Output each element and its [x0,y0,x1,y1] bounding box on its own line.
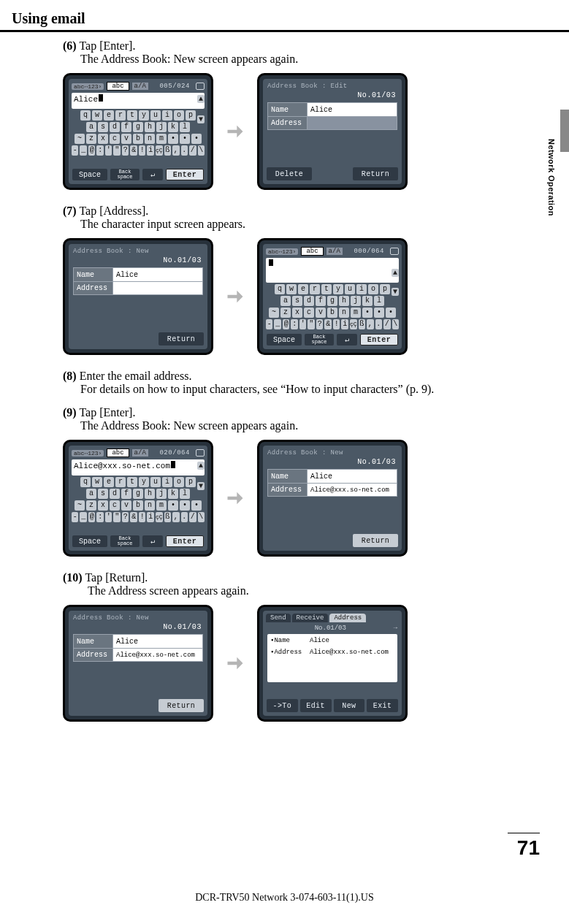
key-b[interactable]: b [133,500,143,511]
key-\[interactable]: \ [198,145,205,156]
key-space[interactable]: Space [72,169,107,180]
key-x[interactable]: x [98,134,108,144]
key-/[interactable]: / [189,145,196,156]
mode-toggle[interactable]: abc↔123› [266,248,298,255]
key-j[interactable]: j [156,122,167,132]
key-y[interactable]: y [139,110,149,121]
key-~[interactable]: ~ [75,500,85,511]
key-çÇ[interactable]: çÇ [156,145,163,156]
key-return-icon[interactable]: ↵ [337,334,357,345]
key-backspace[interactable]: Backspace [110,169,140,180]
key-![interactable]: ! [139,145,146,156]
key-&[interactable]: & [130,512,137,522]
key-c[interactable]: c [110,134,120,144]
key-d[interactable]: d [304,296,314,306]
key-e[interactable]: e [104,477,114,487]
exit-button[interactable]: Exit [367,699,398,712]
key-z[interactable]: z [280,308,291,318]
key-m[interactable]: m [351,308,361,318]
key-![interactable]: ! [333,319,340,329]
key-d[interactable]: d [110,122,120,132]
key-r[interactable]: r [310,284,320,294]
key-f[interactable]: f [316,296,326,306]
key-f[interactable]: f [121,489,131,499]
key-y[interactable]: y [139,477,149,487]
key-a[interactable]: a [86,122,96,132]
address-field[interactable]: Alice@xxx.so-net.com [113,649,202,661]
key-&[interactable]: & [130,145,137,156]
enter-button[interactable]: Enter [166,169,204,180]
key-_[interactable]: _ [80,145,87,156]
key-_[interactable]: _ [80,512,87,522]
tab-address[interactable]: Address [329,614,366,622]
key-i[interactable]: i [147,145,154,156]
key-p[interactable]: p [186,477,196,487]
key-çÇ[interactable]: çÇ [156,512,163,522]
key-o[interactable]: o [174,110,184,121]
key-backspace[interactable]: Backspace [110,535,140,547]
key-h[interactable]: h [145,122,155,132]
key-~[interactable]: ~ [75,134,85,144]
key-v[interactable]: v [316,308,326,318]
scroll-up-icon[interactable]: ▲ [197,95,205,103]
name-field[interactable]: Alice [308,470,397,483]
key-l[interactable]: l [180,489,190,499]
key-m[interactable]: m [156,134,167,144]
name-field[interactable]: Alice [113,268,202,281]
key-\[interactable]: \ [198,512,205,522]
key-space[interactable]: Space [267,334,302,345]
key-c[interactable]: c [110,500,120,511]
key-o[interactable]: o [368,284,378,294]
name-field[interactable]: Alice [113,635,202,648]
key-e[interactable]: e [104,110,114,121]
key-return-icon[interactable]: ↵ [142,535,163,547]
key-i[interactable]: i [341,319,348,329]
scroll-down-icon[interactable]: ▼ [197,115,205,123]
key-ß[interactable]: ß [359,319,366,329]
key--[interactable]: - [72,145,79,156]
key-p[interactable]: p [380,284,390,294]
return-button[interactable]: Return [353,167,398,180]
key-r[interactable]: r [115,110,126,121]
key-@[interactable]: @ [88,512,96,522]
key-s[interactable]: s [98,122,108,132]
key-s[interactable]: s [292,296,302,306]
key-'[interactable]: ' [105,512,112,522]
key-q[interactable]: q [80,477,91,487]
key-?[interactable]: ? [122,512,129,522]
mode-abc[interactable]: abc [107,448,129,457]
text-input[interactable]: Alice [72,93,205,109]
key-u[interactable]: u [150,477,161,487]
mode-abc[interactable]: abc [301,247,323,256]
key-p[interactable]: p [186,110,196,121]
next-icon[interactable]: → [394,625,397,632]
key-r[interactable]: r [115,477,126,487]
key-•[interactable]: • [362,308,373,318]
key-b[interactable]: b [133,134,143,144]
key-q[interactable]: q [80,110,91,121]
to-button[interactable]: ->To [267,699,298,712]
key-/[interactable]: / [383,319,391,329]
mode-case[interactable]: a/A [326,248,343,255]
key-g[interactable]: g [133,122,143,132]
key-.[interactable]: . [375,319,383,329]
scroll-down-icon[interactable]: ▼ [392,288,399,296]
keyboard-icon[interactable] [196,449,205,457]
mode-case[interactable]: a/A [132,83,148,90]
scroll-up-icon[interactable]: ▲ [197,462,205,470]
text-input[interactable] [266,258,399,283]
key-o[interactable]: o [174,477,184,487]
key-space[interactable]: Space [72,535,107,547]
scroll-down-icon[interactable]: ▼ [197,482,205,490]
key-"[interactable]: " [113,145,121,156]
keyboard-icon[interactable] [196,83,205,90]
key-f[interactable]: f [121,122,131,132]
address-field[interactable] [113,282,202,294]
key-k[interactable]: k [168,122,178,132]
key-~[interactable]: ~ [269,308,279,318]
key-:[interactable]: : [291,319,298,329]
return-button[interactable]: Return [159,332,204,345]
key-k[interactable]: k [168,489,178,499]
key-ß[interactable]: ß [164,145,172,156]
key-q[interactable]: q [275,284,285,294]
